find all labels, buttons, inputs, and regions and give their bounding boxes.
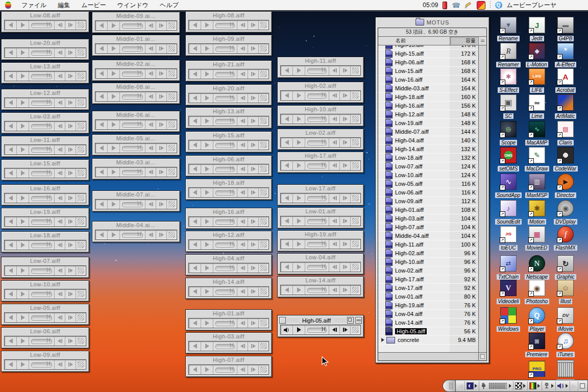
volume-button[interactable] [5, 360, 17, 369]
resize-handle[interactable] [76, 289, 86, 299]
resize-handle[interactable] [167, 200, 177, 209]
slider-thumb[interactable]: )( [321, 66, 325, 73]
file-row[interactable]: Low-19.aiff148 K [378, 119, 478, 128]
step-back-button[interactable] [237, 365, 248, 374]
slider-thumb[interactable]: )( [45, 145, 50, 152]
step-back-button[interactable] [237, 287, 248, 296]
file-row[interactable]: High-13.aiff176 K [378, 45, 478, 50]
player-window[interactable]: Low-19.aiff)( [1, 208, 89, 229]
volume-button[interactable] [5, 20, 17, 30]
menu-item-2[interactable]: ムービー [80, 1, 107, 10]
step-forward-button[interactable] [340, 161, 351, 170]
play-button[interactable] [108, 92, 120, 101]
step-forward-button[interactable] [65, 98, 76, 107]
timeline-slider[interactable]: )( [305, 161, 329, 170]
step-back-button[interactable] [145, 143, 156, 153]
play-button[interactable] [17, 360, 29, 369]
play-button[interactable] [293, 193, 305, 203]
slider-thumb[interactable]: )( [229, 319, 233, 326]
play-button[interactable] [201, 20, 213, 30]
player-window[interactable]: Low-09.aiff)( [1, 351, 89, 372]
resize-handle[interactable] [259, 116, 268, 126]
desktop-icon-windows[interactable]: ↗Windows [492, 307, 525, 333]
app-icon[interactable]: ▬↗ [557, 17, 574, 33]
timeline-slider[interactable]: )( [29, 360, 55, 369]
finder-window[interactable]: MOTUS 53 項目、6.90 GB 空き 名前 容量 High-13.aif… [375, 17, 489, 363]
desktop-icon-aeffect[interactable]: *↗A-Effect [549, 43, 582, 68]
volume-button[interactable] [281, 114, 293, 124]
app-icon[interactable]: f↗ [557, 226, 574, 242]
slider-thumb[interactable]: )( [136, 44, 141, 51]
step-back-button[interactable] [55, 168, 65, 178]
resize-handle[interactable] [76, 240, 86, 250]
file-row[interactable]: Low-18.aiff132 K [378, 154, 478, 162]
file-row[interactable]: Low-09.aiff112 K [378, 197, 478, 206]
app-icon[interactable]: ▦↗ [529, 226, 545, 242]
volume-button[interactable] [281, 216, 293, 226]
step-back-button[interactable] [237, 140, 248, 150]
play-button[interactable] [108, 143, 120, 153]
slider-thumb[interactable]: )( [229, 342, 233, 349]
resize-handle[interactable] [259, 318, 268, 328]
desktop-icon-itunes[interactable]: ♫↗iTunes [549, 333, 582, 358]
step-forward-button[interactable] [65, 20, 76, 30]
file-row[interactable]: Low-06.aiff116 K [378, 188, 478, 197]
timeline-slider[interactable]: )( [305, 285, 329, 295]
timeline-slider[interactable]: )( [29, 217, 55, 226]
app-icon[interactable]: V↗ [500, 280, 517, 296]
desktop-icon-artmatic[interactable]: ↗ArtMatic [549, 94, 582, 120]
slider-thumb[interactable]: )( [45, 337, 50, 344]
file-row[interactable]: Low-17.aiff92 K [378, 284, 478, 292]
player-window[interactable]: Low-06.aiff)( [1, 327, 89, 349]
resize-handle[interactable] [351, 138, 360, 147]
step-forward-button[interactable] [156, 143, 167, 153]
player-window[interactable]: High-15.aiff)( [185, 131, 272, 153]
step-back-button[interactable] [55, 360, 65, 369]
play-button[interactable] [108, 200, 120, 209]
slider-thumb[interactable]: )( [229, 117, 233, 124]
slider-thumb[interactable]: )( [229, 188, 233, 195]
resize-handle[interactable] [259, 140, 268, 150]
slider-thumb[interactable]: )( [136, 144, 141, 151]
resize-handle[interactable] [259, 263, 268, 273]
resize-handle[interactable] [167, 143, 177, 153]
step-forward-button[interactable] [65, 145, 76, 154]
volume-button[interactable] [281, 161, 293, 170]
timeline-slider[interactable]: )( [213, 240, 237, 249]
desktop-icon-soundapp[interactable]: ∿↗SoundApp [492, 174, 525, 199]
player-window[interactable]: Low-03.aiff)( [1, 112, 89, 134]
timeline-slider[interactable]: )( [305, 138, 329, 147]
step-back-button[interactable] [329, 239, 340, 249]
timeline-slider[interactable]: )( [305, 66, 329, 75]
resize-handle[interactable] [259, 365, 268, 374]
volume-button[interactable] [189, 20, 201, 30]
step-back-button[interactable] [329, 325, 340, 334]
slider-thumb[interactable]: )( [229, 240, 233, 247]
slider-thumb[interactable]: )( [229, 94, 233, 101]
step-back-button[interactable] [55, 289, 65, 299]
step-forward-button[interactable] [248, 69, 259, 79]
step-forward-button[interactable] [65, 168, 76, 178]
volume-button[interactable] [281, 325, 293, 334]
app-icon[interactable]: ◎↗ [500, 121, 517, 137]
play-button[interactable] [17, 336, 29, 346]
slider-thumb[interactable]: )( [45, 266, 50, 273]
slider-thumb[interactable]: )( [229, 165, 233, 172]
step-forward-button[interactable] [156, 120, 167, 129]
volume-button[interactable] [95, 167, 108, 177]
player-window[interactable]: High-17.aiff)( [277, 152, 364, 173]
step-forward-button[interactable] [65, 193, 76, 203]
app-icon[interactable]: ◙↗ [529, 333, 545, 349]
volume-button[interactable] [95, 200, 108, 209]
step-back-button[interactable] [145, 167, 156, 177]
timeline-slider[interactable]: )( [29, 168, 55, 178]
desktop-icon-life[interactable]: LiFE↗LIFE [521, 68, 553, 94]
play-button[interactable] [108, 21, 120, 30]
timeline-slider[interactable]: )( [29, 71, 55, 81]
slider-thumb[interactable]: )( [321, 326, 325, 332]
volume-button[interactable] [281, 285, 293, 295]
desktop-icon-imovie[interactable]: DV↗iMovie [549, 307, 582, 333]
resize-handle[interactable] [76, 98, 86, 107]
slider-thumb[interactable]: )( [321, 217, 325, 224]
resize-handle[interactable] [167, 92, 177, 101]
